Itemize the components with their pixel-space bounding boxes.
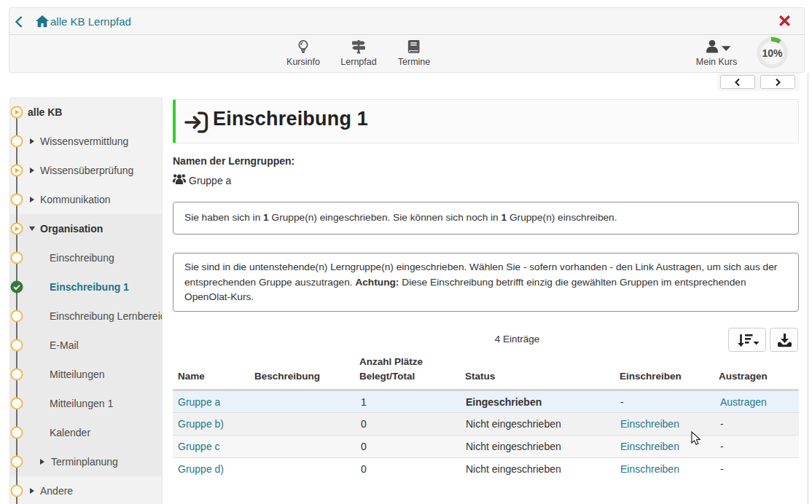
svg-text:10%: 10% [762,47,783,59]
